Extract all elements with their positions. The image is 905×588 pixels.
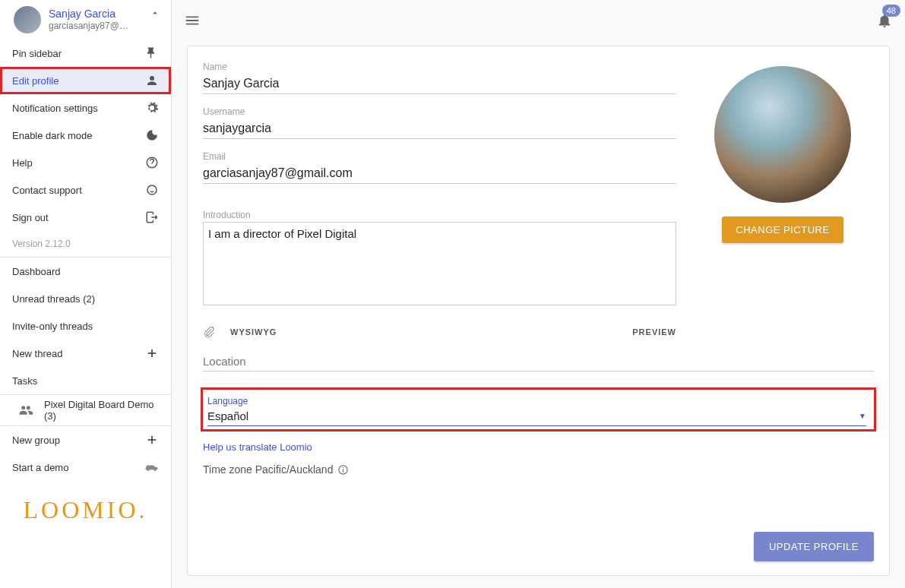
group-icon: [18, 403, 33, 418]
support-icon: [145, 183, 159, 197]
notifications-button[interactable]: 48: [876, 12, 893, 29]
sidebar-item-dashboard[interactable]: Dashboard: [0, 258, 171, 285]
topbar: 48: [172, 0, 905, 41]
chevron-up-icon[interactable]: [150, 8, 160, 18]
profile-picture: [714, 66, 851, 203]
language-label: Language: [207, 396, 248, 406]
update-profile-button[interactable]: UPDATE PROFILE: [754, 532, 874, 561]
car-icon: [144, 462, 159, 473]
profile-card: Name Username Email Introduction: [187, 46, 890, 576]
email-input[interactable]: [203, 163, 676, 184]
language-select[interactable]: Español ▼: [207, 406, 866, 426]
name-input[interactable]: [203, 74, 676, 94]
intro-textarea[interactable]: [203, 222, 676, 305]
sidebar-item-invite-only[interactable]: Invite-only threads: [0, 312, 171, 340]
sidebar-item-group[interactable]: Pixel Digital Board Demo (3): [0, 395, 171, 425]
sidebar: Sanjay Garcia garciasanjay87@gmail.c... …: [0, 0, 172, 588]
sidebar-item-edit-profile[interactable]: Edit profile: [0, 67, 171, 94]
pin-icon: [145, 46, 159, 60]
sidebar-item-unread[interactable]: Unread threads (2): [0, 285, 171, 312]
person-icon: [145, 74, 159, 87]
moon-icon: [145, 128, 159, 142]
sidebar-item-support[interactable]: Contact support: [0, 176, 171, 204]
plus-icon: [145, 433, 159, 447]
user-block[interactable]: Sanjay Garcia garciasanjay87@gmail.c...: [0, 0, 171, 40]
preview-button[interactable]: PREVIEW: [632, 327, 676, 337]
logo: LOOMIO.: [0, 481, 171, 532]
sidebar-item-start-demo[interactable]: Start a demo: [0, 454, 171, 481]
menu-icon[interactable]: [184, 12, 201, 29]
sidebar-item-new-group[interactable]: New group: [0, 426, 171, 454]
sidebar-item-pin[interactable]: Pin sidebar: [0, 40, 171, 67]
info-icon[interactable]: [337, 464, 349, 476]
sidebar-item-dark-mode[interactable]: Enable dark mode: [0, 122, 171, 149]
intro-label: Introduction: [203, 210, 676, 220]
sidebar-item-notifications[interactable]: Notification settings: [0, 94, 171, 122]
change-picture-button[interactable]: CHANGE PICTURE: [722, 217, 843, 243]
language-field: Language Español ▼: [203, 390, 874, 429]
notification-badge: 48: [882, 5, 900, 17]
version-text: Version 2.12.0: [0, 231, 171, 257]
sidebar-item-tasks[interactable]: Tasks: [0, 367, 171, 394]
help-icon: [145, 156, 159, 169]
user-email: garciasanjay87@gmail.c...: [49, 21, 133, 31]
main: 48 Name Username Email Introduction: [172, 0, 905, 588]
sidebar-item-signout[interactable]: Sign out: [0, 204, 171, 231]
signout-icon: [145, 210, 159, 224]
sidebar-item-help[interactable]: Help: [0, 149, 171, 176]
wysiwyg-button[interactable]: WYSIWYG: [230, 327, 277, 337]
user-name: Sanjay Garcia: [49, 8, 133, 20]
caret-down-icon: ▼: [859, 412, 866, 420]
username-label: Username: [203, 106, 676, 117]
name-label: Name: [203, 62, 676, 72]
translate-link[interactable]: Help us translate Loomio: [203, 441, 676, 453]
username-input[interactable]: [203, 119, 676, 139]
gear-icon: [145, 101, 159, 115]
avatar: [14, 6, 41, 33]
timezone-text: Time zone Pacific/Auckland: [203, 463, 333, 476]
location-input[interactable]: [203, 352, 874, 371]
attach-icon[interactable]: [203, 326, 215, 338]
sidebar-item-new-thread[interactable]: New thread: [0, 340, 171, 367]
plus-icon: [145, 346, 159, 360]
email-label: Email: [203, 151, 676, 162]
